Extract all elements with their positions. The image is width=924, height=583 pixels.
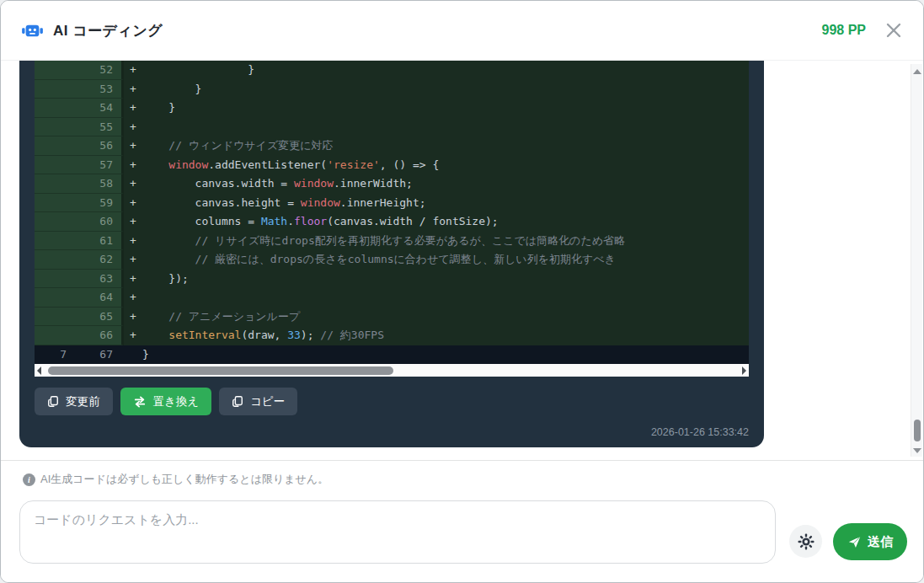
old-line-number [35, 136, 75, 156]
scroll-down-arrow-icon[interactable] [913, 448, 921, 453]
settings-button[interactable] [789, 525, 822, 558]
horizontal-scroll-thumb[interactable] [48, 366, 393, 375]
close-icon[interactable] [884, 21, 903, 40]
response-timestamp: 2026-01-26 15:33:42 [35, 415, 749, 447]
diff-sign: + [124, 99, 142, 118]
code-line: } [142, 345, 749, 365]
code-request-input[interactable] [19, 500, 776, 564]
copy-button[interactable]: コピー [219, 388, 297, 415]
old-line-number [35, 326, 75, 345]
ai-disclaimer: i AI生成コードは必ずしも正しく動作するとは限りません。 [23, 472, 328, 487]
old-line-number [35, 61, 75, 80]
ai-response-card: 52+ }53+ }54+ }55+56+ // ウィンドウサイズ変更に対応57… [19, 61, 764, 447]
diff-sign [124, 345, 142, 365]
new-line-number: 65 [75, 308, 124, 327]
old-line-number [35, 288, 75, 308]
diff-action-bar: 変更前 置き換え コピー [35, 388, 749, 415]
new-line-number: 62 [75, 250, 124, 270]
code-line: }); [142, 270, 749, 289]
send-label: 送信 [868, 534, 893, 550]
code-line: } [142, 61, 749, 80]
code-line: // 厳密には、dropsの長さをcolumnsに合わせて調整し、新しい列を初期… [142, 250, 749, 270]
diff-sign: + [124, 136, 142, 156]
diff-row: 65+ // アニメーションループ [35, 308, 749, 327]
code-line: // ウィンドウサイズ変更に対応 [142, 136, 749, 156]
diff-row: 66+ setInterval(draw, 33); // 約30FPS [35, 326, 749, 345]
new-line-number: 61 [75, 232, 124, 251]
paper-plane-icon [847, 535, 862, 549]
diff-row: 63+ }); [35, 270, 749, 289]
code-line: } [142, 99, 749, 118]
copy-label: コピー [250, 394, 285, 409]
diff-sign: + [124, 308, 142, 327]
clipboard-icon [232, 395, 243, 408]
old-line-number [35, 99, 75, 118]
new-line-number: 60 [75, 212, 124, 232]
scroll-right-arrow-icon[interactable] [742, 366, 746, 375]
new-line-number: 52 [75, 61, 124, 80]
new-line-number: 55 [75, 118, 124, 137]
diff-sign: + [124, 174, 142, 194]
gear-icon [798, 533, 815, 550]
disclaimer-text: AI生成コードは必ずしも正しく動作するとは限りません。 [40, 472, 328, 487]
new-line-number: 54 [75, 99, 124, 118]
old-line-number: 7 [35, 345, 75, 365]
chat-vertical-scrollbar[interactable] [911, 64, 922, 457]
ai-coding-modal: AI コーディング 998 PP 52+ }53+ }54+ }55+56+ /… [0, 0, 924, 583]
diff-row: 55+ [35, 118, 749, 137]
diff-sign: + [124, 194, 142, 213]
new-line-number: 58 [75, 174, 124, 194]
old-line-number [35, 80, 75, 99]
code-line [142, 288, 749, 308]
replace-button[interactable]: 置き換え [120, 388, 212, 415]
code-line: // リサイズ時にdrops配列を再初期化する必要があるが、ここでは簡略化のため… [142, 232, 749, 251]
composer-footer: i AI生成コードは必ずしも正しく動作するとは限りません。 [1, 460, 923, 583]
diff-row: 56+ // ウィンドウサイズ変更に対応 [35, 136, 749, 156]
diff-sign: + [124, 212, 142, 232]
diff-row: 57+ window.addEventListener('resize', ()… [35, 156, 749, 175]
old-line-number [35, 270, 75, 289]
diff-sign: + [124, 61, 142, 80]
vertical-scroll-thumb[interactable] [914, 420, 921, 441]
diff-sign: + [124, 232, 142, 251]
old-line-number [35, 212, 75, 232]
code-line: setInterval(draw, 33); // 約30FPS [142, 326, 749, 345]
old-line-number [35, 174, 75, 194]
code-diff-table: 52+ }53+ }54+ }55+56+ // ウィンドウサイズ変更に対応57… [35, 61, 749, 364]
old-line-number [35, 156, 75, 175]
send-button[interactable]: 送信 [833, 523, 907, 560]
diff-row: 767} [35, 345, 749, 365]
diff-sign: + [124, 270, 142, 289]
before-change-button[interactable]: 変更前 [35, 388, 113, 415]
swap-arrows-icon [133, 396, 147, 408]
old-line-number [35, 194, 75, 213]
new-line-number: 63 [75, 270, 124, 289]
code-line [142, 118, 749, 137]
old-line-number [35, 308, 75, 327]
new-line-number: 53 [75, 80, 124, 99]
old-line-number [35, 232, 75, 251]
code-line: // アニメーションループ [142, 308, 749, 327]
old-line-number [35, 250, 75, 270]
new-line-number: 56 [75, 136, 124, 156]
diff-sign: + [124, 118, 142, 137]
diff-horizontal-scrollbar[interactable] [35, 364, 749, 377]
old-line-number [35, 118, 75, 137]
diff-row: 60+ columns = Math.floor(canvas.width / … [35, 212, 749, 232]
code-line: columns = Math.floor(canvas.width / font… [142, 212, 749, 232]
diff-sign: + [124, 288, 142, 308]
diff-row: 53+ } [35, 80, 749, 99]
code-line: window.addEventListener('resize', () => … [142, 156, 749, 175]
chat-scroll-area: 52+ }53+ }54+ }55+56+ // ウィンドウサイズ変更に対応57… [1, 61, 923, 460]
code-line: canvas.height = window.innerHeight; [142, 194, 749, 213]
new-line-number: 57 [75, 156, 124, 175]
scroll-left-arrow-icon[interactable] [37, 366, 41, 375]
diff-row: 58+ canvas.width = window.innerWidth; [35, 174, 749, 194]
diff-sign: + [124, 326, 142, 345]
robot-icon [21, 19, 44, 42]
diff-row: 52+ } [35, 61, 749, 80]
scroll-up-arrow-icon[interactable] [913, 69, 921, 74]
new-line-number: 67 [75, 345, 124, 365]
diff-sign: + [124, 156, 142, 175]
new-line-number: 59 [75, 194, 124, 213]
